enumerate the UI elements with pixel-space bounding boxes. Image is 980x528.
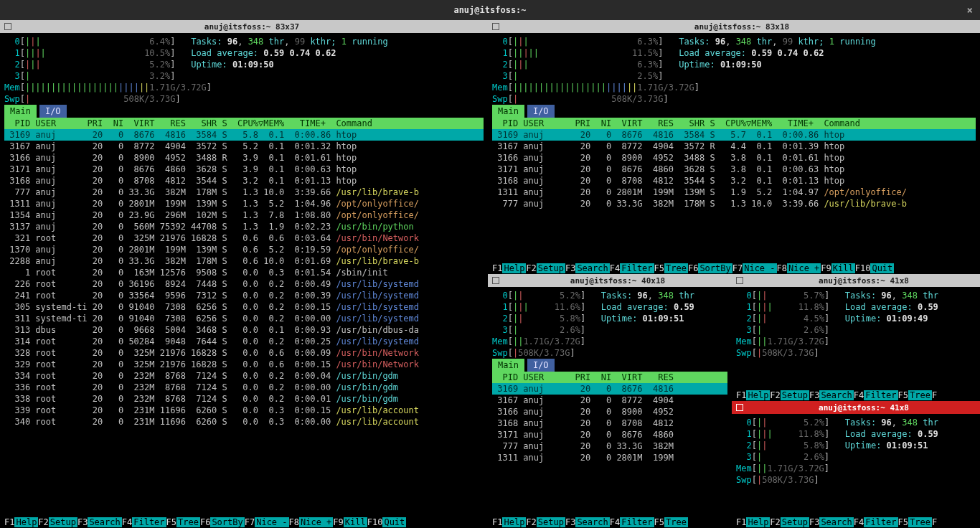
table-row[interactable]: 334 root 20 0 232M 8768 7124 S 0.0 0.2 0…: [4, 370, 484, 382]
pane-2-body[interactable]: 0[||| 6.3%] Tasks: 96, 348 thr, 99 kthr;…: [488, 33, 980, 263]
table-row[interactable]: 3167 anuj 20 0 8772 4904: [492, 395, 727, 406]
table-row[interactable]: 3168 anuj 20 0 8708 4812 3544 S 3.2 0.1 …: [4, 175, 484, 187]
table-row[interactable]: 1370 anuj 20 0 2801M 199M 139M S 0.6 5.2…: [4, 244, 484, 255]
pane-1-body[interactable]: 0[||| 6.4%] Tasks: 96, 348 thr, 99 kthr;…: [0, 33, 488, 517]
table-row[interactable]: 313 dbus 20 0 9668 5004 3468 S 0.0 0.1 0…: [4, 324, 484, 336]
tab-io[interactable]: I/O: [527, 359, 555, 372]
table-row[interactable]: 3167 anuj 20 0 8772 4904 3572 R 4.4 0.1 …: [492, 141, 976, 152]
table-row[interactable]: 305 systemd-ti 20 0 91040 7308 6256 S 0.…: [4, 301, 484, 313]
table-row[interactable]: 3171 anuj 20 0 8676 4860 3628 S 3.9 0.1 …: [4, 164, 484, 175]
tab-io[interactable]: I/O: [527, 105, 555, 118]
fkeys-p1[interactable]: F1HelpF2SetupF3SearchF4FilterF5TreeF6Sor…: [0, 517, 488, 528]
window-titlebar: anuj@itsfoss:~ ×: [0, 0, 980, 20]
table-row[interactable]: 3166 anuj 20 0 8900 4952 3488 S 3.8 0.1 …: [492, 152, 976, 164]
pane-2-title[interactable]: anuj@itsfoss:~ 83x18: [488, 20, 980, 33]
table-row[interactable]: 2288 anuj 20 0 33.3G 382M 178M S 0.6 10.…: [4, 255, 484, 267]
pane-4: anuj@itsfoss:~ 41x8 0[|| 5.7%] Tasks: 96…: [732, 274, 980, 401]
table-row[interactable]: 777 anuj 20 0 33.3G 382M: [492, 440, 727, 452]
pane-4-title[interactable]: anuj@itsfoss:~ 41x8: [732, 274, 980, 287]
table-row[interactable]: 3166 anuj 20 0 8900 4952 3488 R 3.9 0.1 …: [4, 152, 484, 164]
table-row[interactable]: 3171 anuj 20 0 8676 4860: [492, 429, 727, 440]
table-row[interactable]: 3166 anuj 20 0 8900 4952: [492, 406, 727, 418]
table-row[interactable]: 340 root 20 0 231M 11696 6260 S 0.0 0.3 …: [4, 416, 484, 428]
table-row[interactable]: 1354 anuj 20 0 23.9G 296M 102M S 1.3 7.8…: [4, 209, 484, 221]
pane-5-body[interactable]: 0[|| 5.2%] Tasks: 96, 348 thr 1[||| 11.8…: [732, 414, 980, 517]
tiling-icon: [736, 277, 743, 284]
pane-4-body[interactable]: 0[|| 5.7%] Tasks: 96, 348 thr 1[||| 11.8…: [732, 287, 980, 390]
fkeys-p4[interactable]: F1HelpF2SetupF3SearchF4FilterF5TreeF: [732, 390, 980, 401]
fkeys-p5[interactable]: F1HelpF2SetupF3SearchF4FilterF5TreeF: [732, 517, 980, 528]
close-icon[interactable]: ×: [967, 4, 973, 16]
tab-main[interactable]: Main: [492, 105, 524, 118]
selected-row[interactable]: 3169 anuj 20 0 8676 4816: [492, 383, 727, 395]
table-row[interactable]: 328 root 20 0 325M 21976 16828 S 0.0 0.6…: [4, 347, 484, 359]
pane-1: anuj@itsfoss:~ 83x37 0[||| 6.4%] Tasks: …: [0, 20, 488, 528]
pane-1-title[interactable]: anuj@itsfoss:~ 83x37: [0, 20, 488, 33]
tiling-icon: [736, 404, 743, 411]
table-row[interactable]: 321 root 20 0 325M 21976 16828 S 0.6 0.6…: [4, 232, 484, 244]
table-row[interactable]: 311 systemd-ti 20 0 91040 7308 6256 S 0.…: [4, 313, 484, 324]
tab-main[interactable]: Main: [492, 359, 524, 372]
proc-header[interactable]: PID USER PRI NI VIRT RES SHR S CPU%▽MEM%…: [492, 118, 976, 129]
table-row[interactable]: 338 root 20 0 232M 8768 7124 S 0.0 0.2 0…: [4, 393, 484, 405]
tab-io[interactable]: I/O: [39, 105, 67, 118]
table-row[interactable]: 241 root 20 0 33564 9596 7312 S 0.0 0.2 …: [4, 290, 484, 301]
table-row[interactable]: 3167 anuj 20 0 8772 4904 3572 S 5.2 0.1 …: [4, 141, 484, 152]
selected-row[interactable]: 3169 anuj 20 0 8676 4816 3584 S 5.8 0.1 …: [4, 129, 484, 141]
table-row[interactable]: 1311 anuj 20 0 2801M 199M: [492, 452, 727, 463]
pane-3-title[interactable]: anuj@itsfoss:~ 40x18: [488, 274, 732, 287]
tiling-icon: [4, 23, 11, 30]
pane-5: anuj@itsfoss:~ 41x8 0[|| 5.2%] Tasks: 96…: [732, 401, 980, 528]
table-row[interactable]: 777 anuj 20 0 33.3G 382M 178M S 1.3 10.0…: [492, 198, 976, 209]
tiling-icon: [492, 23, 499, 30]
table-row[interactable]: 1311 anuj 20 0 2801M 199M 139M S 1.9 5.2…: [492, 187, 976, 198]
tiling-icon: [492, 277, 499, 284]
table-row[interactable]: 314 root 20 0 50284 9048 7644 S 0.0 0.2 …: [4, 336, 484, 347]
table-row[interactable]: 1311 anuj 20 0 2801M 199M 139M S 1.3 5.2…: [4, 198, 484, 209]
selected-row[interactable]: 3169 anuj 20 0 8676 4816 3584 S 5.7 0.1 …: [492, 129, 976, 141]
window-title: anuj@itsfoss:~: [453, 5, 526, 15]
table-row[interactable]: 3137 anuj 20 0 560M 75392 44708 S 1.3 1.…: [4, 221, 484, 232]
proc-header[interactable]: PID USER PRI NI VIRT RES: [492, 372, 727, 383]
pane-5-title[interactable]: anuj@itsfoss:~ 41x8: [732, 401, 980, 414]
fkeys-p2[interactable]: F1HelpF2SetupF3SearchF4FilterF5TreeF6Sor…: [488, 263, 980, 274]
table-row[interactable]: 777 anuj 20 0 33.3G 382M 178M S 1.3 10.0…: [4, 187, 484, 198]
proc-header[interactable]: PID USER PRI NI VIRT RES SHR S CPU%▽MEM%…: [4, 118, 484, 129]
pane-2: anuj@itsfoss:~ 83x18 0[||| 6.3%] Tasks: …: [488, 20, 980, 274]
tab-main[interactable]: Main: [4, 105, 37, 118]
table-row[interactable]: 3168 anuj 20 0 8708 4812: [492, 418, 727, 429]
table-row[interactable]: 3171 anuj 20 0 8676 4860 3628 S 3.8 0.1 …: [492, 164, 976, 175]
pane-3: anuj@itsfoss:~ 40x18 0[|| 5.2%] Tasks: 9…: [488, 274, 732, 528]
table-row[interactable]: 226 root 20 0 36196 8924 7448 S 0.0 0.2 …: [4, 278, 484, 290]
table-row[interactable]: 336 root 20 0 232M 8768 7124 S 0.0 0.2 0…: [4, 382, 484, 393]
table-row[interactable]: 1 root 20 0 163M 12576 9508 S 0.0 0.3 0:…: [4, 267, 484, 278]
table-row[interactable]: 329 root 20 0 325M 21976 16828 S 0.0 0.6…: [4, 359, 484, 370]
pane-3-body[interactable]: 0[|| 5.2%] Tasks: 96, 348 thr 1[||| 11.6…: [488, 287, 732, 517]
table-row[interactable]: 3168 anuj 20 0 8708 4812 3544 S 3.2 0.1 …: [492, 175, 976, 187]
fkeys-p3[interactable]: F1HelpF2SetupF3SearchF4FilterF5Tree: [488, 517, 732, 528]
table-row[interactable]: 339 root 20 0 231M 11696 6260 S 0.0 0.3 …: [4, 405, 484, 416]
